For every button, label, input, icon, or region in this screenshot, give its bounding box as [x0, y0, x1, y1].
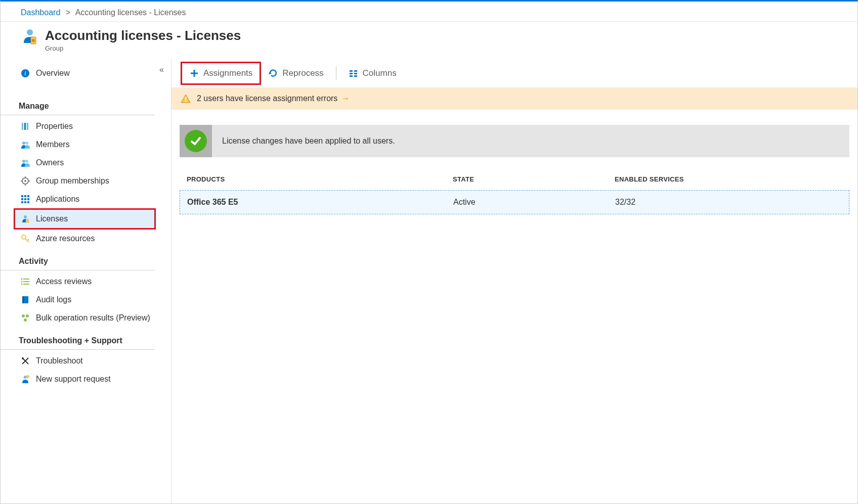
col-header-products[interactable]: PRODUCTS	[180, 175, 453, 183]
owners-icon	[21, 158, 30, 167]
svg-rect-53	[350, 73, 353, 74]
main-content: Assignments Reprocess Columns	[171, 59, 857, 504]
svg-rect-26	[27, 201, 29, 203]
svg-point-59	[185, 101, 186, 102]
book-icon	[21, 295, 30, 304]
svg-point-8	[22, 142, 25, 145]
page-subtitle: Group	[45, 44, 241, 52]
breadcrumb-separator: >	[66, 8, 70, 17]
gear-icon	[21, 176, 30, 186]
col-header-state[interactable]: STATE	[453, 175, 615, 183]
assignments-button[interactable]: Assignments	[181, 62, 261, 85]
warning-text: 2 users have license assignment errors	[197, 94, 337, 103]
svg-rect-18	[21, 195, 23, 197]
sidebar-item-label: Group memberships	[36, 176, 109, 186]
warning-banner[interactable]: 2 users have license assignment errors →	[171, 87, 857, 110]
sidebar-item-members[interactable]: Members	[1, 135, 171, 154]
list-check-icon	[21, 277, 30, 286]
tools-icon	[21, 356, 30, 365]
svg-point-40	[22, 314, 25, 317]
svg-point-35	[21, 279, 23, 280]
table-header-row: PRODUCTS STATE ENABLED SERVICES	[180, 175, 849, 190]
sidebar-item-label: Applications	[36, 195, 79, 204]
key-icon	[21, 234, 30, 243]
svg-rect-51	[350, 70, 353, 72]
svg-rect-24	[21, 201, 23, 203]
svg-point-37	[21, 284, 23, 285]
warning-icon	[181, 94, 191, 104]
sidebar-item-label: Properties	[36, 122, 73, 131]
col-header-enabled[interactable]: ENABLED SERVICES	[615, 175, 849, 183]
svg-rect-56	[354, 75, 357, 77]
svg-point-27	[24, 215, 27, 218]
svg-point-2	[32, 39, 35, 42]
svg-rect-22	[24, 198, 26, 200]
svg-rect-23	[27, 198, 29, 200]
table-row[interactable]: Office 365 E5 Active 32/32	[180, 190, 849, 214]
check-circle-icon	[185, 130, 207, 152]
sidebar-item-label: Overview	[36, 69, 70, 78]
breadcrumb-root-link[interactable]: Dashboard	[21, 8, 60, 17]
svg-point-42	[24, 318, 27, 322]
arrow-right-icon: →	[341, 94, 350, 103]
svg-point-36	[21, 281, 23, 283]
sidebar-item-label: Troubleshoot	[36, 356, 83, 365]
sidebar-item-label: Licenses	[36, 214, 68, 223]
sidebar-section-manage: Manage	[1, 93, 155, 115]
refresh-icon	[268, 68, 278, 78]
svg-rect-7	[27, 123, 28, 130]
sidebar-item-access-reviews[interactable]: Access reviews	[1, 272, 171, 291]
columns-button[interactable]: Columns	[341, 63, 404, 83]
sidebar-item-audit-logs[interactable]: Audit logs	[1, 291, 171, 309]
svg-point-46	[24, 376, 27, 379]
toolbar-separator	[336, 66, 336, 80]
svg-line-31	[27, 239, 29, 241]
cell-state: Active	[453, 198, 615, 207]
reprocess-button[interactable]: Reprocess	[261, 63, 330, 83]
properties-icon	[21, 122, 30, 131]
sidebar-item-label: Members	[36, 140, 70, 149]
sidebar-item-owners[interactable]: Owners	[1, 154, 171, 172]
sidebar-item-label: Audit logs	[36, 295, 71, 304]
svg-point-0	[27, 29, 33, 35]
collapse-sidebar-icon[interactable]: «	[159, 65, 164, 74]
svg-rect-52	[354, 70, 357, 72]
svg-point-45	[22, 357, 24, 359]
group-license-icon	[21, 28, 39, 46]
status-check-wrap	[180, 125, 212, 157]
svg-rect-39	[22, 296, 24, 303]
svg-point-9	[25, 142, 28, 145]
sidebar-item-label: New support request	[36, 375, 111, 384]
sidebar-item-troubleshoot[interactable]: Troubleshoot	[1, 352, 171, 370]
sidebar-item-azure-resources[interactable]: Azure resources	[1, 230, 171, 248]
sidebar-item-overview[interactable]: i Overview	[1, 64, 171, 82]
svg-rect-20	[27, 195, 29, 197]
sidebar-item-group-memberships[interactable]: Group memberships	[1, 172, 171, 190]
sidebar-item-new-support-request[interactable]: New support request	[1, 370, 171, 388]
grid-icon	[21, 195, 30, 204]
svg-rect-21	[21, 198, 23, 200]
svg-point-47	[26, 375, 29, 378]
sidebar-item-label: Bulk operation results (Preview)	[36, 313, 150, 323]
support-icon	[21, 375, 30, 384]
sidebar-section-activity: Activity	[1, 248, 155, 270]
page-header: Accounting licenses - Licenses Group	[1, 22, 857, 59]
toolbar-label: Assignments	[203, 68, 252, 78]
svg-rect-5	[22, 123, 23, 130]
svg-point-10	[22, 160, 25, 163]
sidebar-item-licenses[interactable]: Licenses	[14, 208, 156, 230]
license-table: PRODUCTS STATE ENABLED SERVICES Office 3…	[180, 175, 849, 214]
members-icon	[21, 140, 30, 149]
svg-point-13	[24, 180, 26, 182]
breadcrumb-current: Accounting licenses - Licenses	[75, 8, 186, 17]
sidebar-item-properties[interactable]: Properties	[1, 117, 171, 135]
plus-icon	[189, 68, 199, 78]
sidebar-item-bulk-operations[interactable]: Bulk operation results (Preview)	[1, 309, 171, 327]
svg-rect-55	[350, 75, 353, 77]
sidebar-item-applications[interactable]: Applications	[1, 190, 171, 208]
svg-rect-25	[24, 201, 26, 203]
svg-rect-6	[24, 123, 26, 130]
license-icon	[21, 214, 30, 223]
cell-enabled: 32/32	[615, 198, 849, 207]
svg-rect-28	[26, 219, 29, 223]
